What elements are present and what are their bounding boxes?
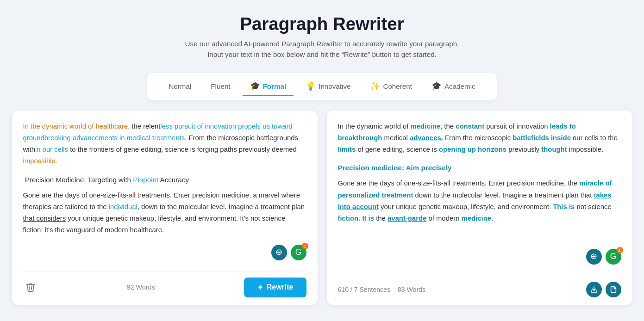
- left-tool-icons: ⊕ G 1: [23, 245, 306, 260]
- output-panel: In the dynamic world of medicine, the co…: [327, 111, 632, 305]
- academic-icon: 🎓: [431, 81, 442, 91]
- left-word-count: 92 Words: [126, 284, 155, 291]
- delete-button[interactable]: [23, 280, 38, 295]
- coherent-icon: ✨: [370, 81, 380, 91]
- tab-fluent-label: Fluent: [211, 82, 230, 90]
- tab-coherent-label: Coherent: [383, 82, 412, 90]
- output-text: In the dynamic world of medicine, the co…: [338, 121, 621, 249]
- tab-fluent[interactable]: Fluent: [203, 79, 238, 95]
- grammarly-badge: 1: [302, 243, 308, 249]
- tab-academic-label: Academic: [444, 82, 475, 90]
- right-tool-icons: ⊕ G 1: [338, 249, 621, 265]
- page-subtitle: Use our advanced AI-powered Paragraph Re…: [179, 39, 466, 60]
- right-action-icons: [586, 282, 621, 297]
- grammarly-icon-right[interactable]: G 1: [606, 249, 621, 265]
- formal-icon: 🎓: [250, 81, 260, 91]
- grammar-icon-right-symbol: ⊕: [590, 252, 597, 261]
- page-title: Paragraph Rewriter: [179, 14, 466, 34]
- tab-innovative[interactable]: 💡 Innovative: [298, 78, 358, 96]
- right-stats: 610 / 7 Sentences: [338, 286, 391, 293]
- download-button[interactable]: [586, 282, 602, 297]
- grammarly-symbol: G: [295, 247, 302, 257]
- tab-normal[interactable]: Normal: [161, 79, 199, 95]
- copy-button[interactable]: [606, 282, 621, 297]
- left-panel-footer: 92 Words ✦ Rewrite: [23, 272, 306, 297]
- main-content: In the dynamic world of healthcare, the …: [12, 111, 632, 305]
- tabs-bar: Normal Fluent 🎓 Formal 💡 Innovative ✨ Co…: [147, 73, 496, 100]
- tab-innovative-label: Innovative: [319, 82, 350, 90]
- section-title-right: Precision medicine: Aim precisely: [338, 162, 621, 174]
- tab-academic[interactable]: 🎓 Academic: [424, 78, 483, 96]
- input-panel: In the dynamic world of healthcare, the …: [12, 111, 318, 305]
- page-header: Paragraph Rewriter Use our advanced AI-p…: [179, 14, 466, 60]
- tab-normal-label: Normal: [169, 82, 191, 90]
- grammar-check-icon-left[interactable]: ⊕: [271, 245, 287, 260]
- grammar-icon-symbol: ⊕: [275, 247, 282, 257]
- rewrite-button[interactable]: ✦ Rewrite: [244, 278, 306, 297]
- tab-formal[interactable]: 🎓 Formal: [243, 78, 294, 96]
- tab-coherent[interactable]: ✨ Coherent: [363, 78, 419, 96]
- grammarly-right-symbol: G: [610, 252, 617, 261]
- innovative-icon: 💡: [306, 81, 316, 91]
- right-panel-footer: 610 / 7 Sentences 88 Words: [338, 276, 621, 297]
- sparkle-icon: ✦: [257, 283, 263, 292]
- right-word-count: 88 Words: [398, 286, 425, 293]
- tab-formal-label: Formal: [263, 82, 287, 90]
- rewrite-label: Rewrite: [267, 283, 294, 291]
- grammarly-icon-left[interactable]: G 1: [291, 245, 306, 260]
- input-text[interactable]: In the dynamic world of healthcare, the …: [23, 121, 306, 245]
- section-title-left: Precision Medicine: Targeting with Pinpo…: [23, 174, 306, 186]
- grammarly-right-badge: 1: [617, 247, 623, 253]
- grammar-check-icon-right[interactable]: ⊕: [586, 249, 602, 265]
